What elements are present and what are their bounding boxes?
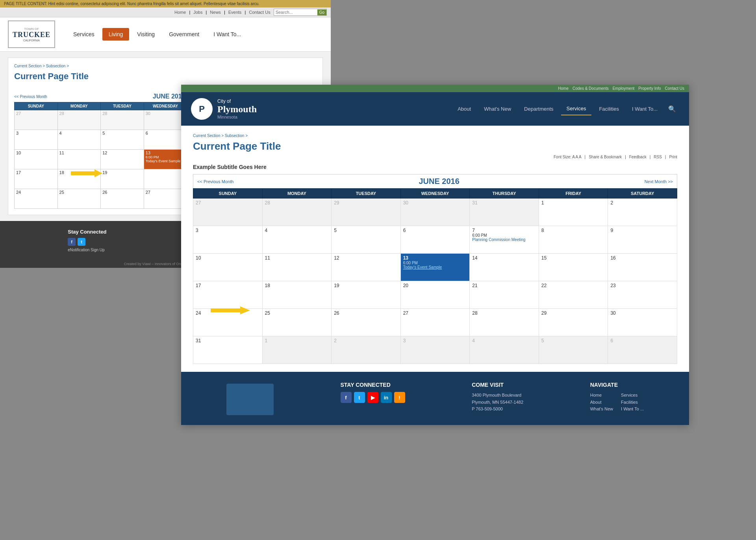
plym-breadcrumb: Current Section > Subsection > [193,134,677,138]
truckee-home-link[interactable]: Home [174,10,186,15]
truckee-nav-services[interactable]: Services [67,28,101,41]
truckee-facebook-icon[interactable]: f [68,238,76,246]
cal-cell: 2 [332,336,401,364]
plym-nav-iwantto[interactable]: I Want To... [626,103,663,115]
plym-facebook-icon[interactable]: f [341,392,352,403]
plym-feedback-btn[interactable]: Feedback [629,155,647,159]
plym-codes-link[interactable]: Codes & Documents [573,86,609,91]
plym-property-link[interactable]: Property Info [638,86,661,91]
plym-address1: 3400 Plymouth Boulevard [472,392,523,399]
plym-contact-link[interactable]: Contact Us [665,86,684,91]
cal-cell: 1 [262,336,332,364]
plym-footer-navigate: NAVIGATE Home About What's New Services … [590,382,644,415]
cal-cell: 1 [539,199,608,226]
plym-share-btn[interactable]: Share & Bookmark [589,155,622,159]
plym-day-mon: MONDAY [262,189,332,199]
cal-cell: 24 [15,189,58,209]
cal-cell: 9 [608,226,677,254]
cal-cell: 30 [608,309,677,336]
plym-month-title: JUNE 2016 [419,177,459,186]
plym-alert-icon[interactable]: ! [394,392,405,403]
cal-cell [144,169,187,189]
plym-footer-home-link[interactable]: Home [590,392,613,399]
truckee-search-button[interactable]: Go [317,9,326,15]
plym-day-sun: SUNDAY [193,189,263,199]
plym-nav-departments[interactable]: Departments [519,103,559,115]
plym-linkedin-icon[interactable]: in [381,392,392,403]
cal-cell: 4 [470,336,539,364]
plym-rss-btn[interactable]: RSS [654,155,662,159]
plym-prev-month[interactable]: << Previous Month [197,179,233,184]
cal-cell: 18 [262,281,332,309]
truckee-search-box: Go [274,9,327,16]
plym-print-btn[interactable]: Print [669,155,677,159]
plym-nav-about[interactable]: About [452,103,476,115]
plym-city-name: Plymouth [217,104,257,115]
plymouth-panel: Home Codes & Documents Employment Proper… [181,85,689,425]
plym-day-tue: TUESDAY [332,189,401,199]
plym-twitter-icon[interactable]: t [354,392,365,403]
truckee-search-input[interactable] [274,9,317,15]
cal-cell: 28 [101,110,144,130]
plym-next-month[interactable]: Next Month >> [645,179,673,184]
plym-footer-facilities-link[interactable]: Facilities [621,399,644,406]
plym-come-visit-title: COME VISIT [472,382,523,388]
cal-cell: 10 [193,254,263,281]
plym-toolbar: Font Size: A A A | Share & Bookmark | Fe… [193,155,677,159]
plym-day-thu: THURSDAY [470,189,539,199]
cal-cell: 21 [470,281,539,309]
plym-youtube-icon[interactable]: ▶ [367,392,378,403]
plym-footer-about-link[interactable]: About [590,399,613,406]
plym-footer: STAY CONNECTED f t ▶ in ! COME VISIT 340… [181,372,689,425]
cal-cell: 27 [193,199,263,226]
plym-day-sat: SATURDAY [608,189,677,199]
plym-logo-icon: P [191,98,213,120]
truckee-jobs-link[interactable]: Jobs [193,10,202,15]
plym-footer-whatsnew-link[interactable]: What's New [590,406,613,413]
truckee-stay-connected-title: Stay Connected [68,229,106,235]
truckee-logo: TOWN OF TRUCKEE CALIFORNIA [8,20,55,48]
plym-footer-iwantto-link[interactable]: I Want To ... [621,406,644,413]
plym-search-icon[interactable]: 🔍 [665,102,679,116]
truckee-page-title: Current Page Title [14,71,317,82]
cal-cell: 19 [332,281,401,309]
truckee-enotification-link[interactable]: eNotification Sign Up [68,248,106,252]
plym-footer-services-link[interactable]: Services [621,392,644,399]
cal-cell: 26 [101,189,144,209]
cal-cell: 23 [608,281,677,309]
plym-home-link[interactable]: Home [558,86,569,91]
truckee-twitter-icon[interactable]: t [78,238,85,246]
plym-nav-services[interactable]: Services [561,102,592,115]
truckee-day-mon: MONDAY [57,102,101,110]
plym-planning-event-link[interactable]: Planning Commission Meeting [472,238,536,242]
truckee-footer-stay-connected: Stay Connected f t eNotification Sign Up [68,229,106,252]
truckee-news-link[interactable]: News [210,10,221,15]
truckee-prev-month[interactable]: << Previous Month [14,95,47,99]
truckee-nav-iwantto[interactable]: I Want To... [207,28,247,41]
truckee-contact-link[interactable]: Contact Us [249,10,270,15]
truckee-nav-living[interactable]: Living [102,28,130,41]
cal-cell: 5 [539,336,608,364]
plym-subtitle: Example Subtitle Goes Here [193,164,677,170]
plym-logo: P City of Plymouth Minnesota [191,98,257,120]
truckee-nav-government[interactable]: Government [163,28,206,41]
plym-footer-photo [226,382,274,415]
cal-cell: 27 [400,309,470,336]
plym-day-wed: WEDNESDAY [400,189,470,199]
truckee-nav-visiting[interactable]: Visiting [131,28,161,41]
truckee-nav: Services Living Visiting Government I Wa… [67,28,247,41]
truckee-events-link[interactable]: Events [228,10,242,15]
svg-marker-0 [71,169,102,177]
plym-employment-link[interactable]: Employment [613,86,635,91]
cal-cell: 31 [470,199,539,226]
cal-cell: 12 [332,254,401,281]
truckee-top-bar-text: PAGE TITLE CONTENT: Hint edisi contine, … [4,2,259,6]
truckee-event-link[interactable]: Today's Event Sample [146,159,185,163]
plym-today-event-link[interactable]: Today's Event Sample [403,265,467,269]
plym-nav-facilities[interactable]: Facilities [593,103,624,115]
plym-nav-whatsnew[interactable]: What's New [478,103,517,115]
cal-cell: 31 [193,336,263,364]
cal-cell-today: 13 6:00 PM Today's Event Sample [144,150,187,169]
cal-cell: 6 [400,226,470,254]
cal-cell: 29 [332,199,401,226]
